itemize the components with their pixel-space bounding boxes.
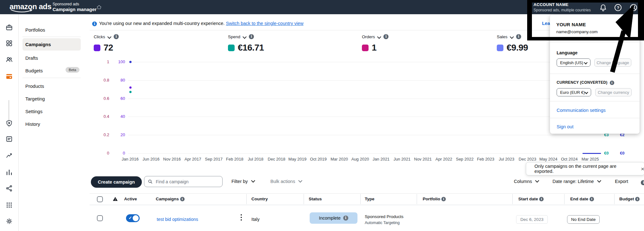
column-divider bbox=[246, 194, 247, 204]
chart-gridline bbox=[128, 99, 601, 99]
chart-gridline bbox=[128, 80, 601, 81]
export-info-icon[interactable] bbox=[641, 180, 644, 185]
metric-label-row[interactable]: Clicks bbox=[94, 34, 119, 39]
metric-label-row[interactable]: Sales bbox=[497, 34, 528, 39]
status-badge[interactable]: Incomplete bbox=[310, 212, 357, 224]
x-axis-tick: Aug 2020 bbox=[351, 157, 369, 161]
help-icon[interactable]: ? bbox=[614, 3, 622, 12]
create-campaign-button[interactable]: Create campaign bbox=[91, 176, 142, 188]
kebab-menu-icon[interactable] bbox=[240, 214, 243, 221]
sidebar-item-label: Drafts bbox=[25, 55, 38, 61]
home-icon[interactable] bbox=[96, 4, 102, 10]
column-header-status: Status bbox=[309, 197, 322, 201]
language-select[interactable]: English (US) bbox=[557, 58, 590, 67]
info-icon[interactable] bbox=[180, 197, 185, 201]
currency-label: CURRENCY (CONVERTED) bbox=[557, 80, 614, 85]
communication-settings-link[interactable]: Communication settings bbox=[557, 108, 606, 113]
info-icon[interactable] bbox=[635, 197, 640, 201]
topbar: amazon ads Sponsored ads Campaign manage… bbox=[0, 0, 644, 14]
metric-sales: Sales €9.99 bbox=[497, 34, 528, 53]
metric-label-row[interactable]: Orders bbox=[362, 34, 388, 39]
apps-grid-icon[interactable] bbox=[5, 201, 13, 209]
metric-value: 1 bbox=[372, 43, 376, 53]
panel-divider bbox=[550, 74, 640, 74]
gear-icon[interactable] bbox=[5, 217, 13, 225]
info-icon[interactable] bbox=[539, 197, 544, 201]
sidebar-item-history[interactable]: History bbox=[22, 118, 81, 130]
type-primary: Sponsored Products bbox=[365, 214, 403, 219]
x-axis-tick: Jan 2016 bbox=[122, 157, 139, 161]
y-axis-clicks-tick: 60 bbox=[110, 96, 125, 101]
trend-up-icon[interactable] bbox=[5, 152, 13, 159]
sidebar-item-products[interactable]: Products bbox=[22, 80, 81, 92]
dashboard-icon[interactable] bbox=[5, 40, 13, 47]
currency-select[interactable]: Euro (EUR €) bbox=[557, 88, 591, 96]
info-icon[interactable] bbox=[114, 34, 119, 39]
column-divider bbox=[614, 194, 615, 204]
chevron-down-icon bbox=[243, 35, 247, 39]
x-axis-tick: Dec 2018 bbox=[268, 157, 286, 161]
active-toggle[interactable]: ✓ bbox=[126, 214, 140, 222]
start-date-field[interactable]: Dec 6, 2023 bbox=[516, 215, 548, 224]
sidebar-item-label: Products bbox=[25, 83, 44, 89]
info-icon[interactable] bbox=[590, 197, 594, 201]
shield-heart-icon[interactable] bbox=[5, 119, 13, 127]
filter-by-button[interactable]: Filter by bbox=[231, 179, 255, 184]
briefcase-icon[interactable] bbox=[5, 24, 13, 31]
x-axis-tick: May 2024 bbox=[539, 157, 557, 161]
info-icon[interactable] bbox=[610, 81, 614, 85]
bar-chart-icon[interactable] bbox=[5, 168, 13, 176]
bell-icon[interactable] bbox=[599, 3, 608, 12]
sidebar-item-drafts[interactable]: Drafts bbox=[22, 52, 81, 64]
info-icon[interactable] bbox=[383, 34, 388, 39]
country-cell: Italy bbox=[251, 217, 260, 222]
info-icon[interactable] bbox=[249, 34, 254, 39]
switch-single-country-link[interactable]: Switch back to the single-country view bbox=[226, 21, 303, 26]
row-checkbox[interactable] bbox=[97, 215, 103, 221]
sidebar-item-targeting[interactable]: Targeting bbox=[22, 93, 81, 105]
export-label: Export bbox=[615, 179, 628, 184]
check-icon: ✓ bbox=[129, 216, 132, 220]
billing-card-icon[interactable] bbox=[5, 73, 13, 80]
metric-color-swatch bbox=[497, 45, 503, 51]
y-axis-orders-tick: 1 bbox=[92, 59, 109, 64]
close-icon[interactable] bbox=[641, 166, 644, 172]
metric-label: Sales bbox=[497, 34, 508, 39]
account-dropdown: YOUR NAME name@company.com Language Engl… bbox=[550, 15, 640, 134]
chart-data-point bbox=[129, 91, 132, 93]
metric-spend: Spend €16.71 bbox=[228, 34, 264, 53]
campaign-name-link[interactable]: test bid optimizations bbox=[157, 217, 198, 222]
metric-color-swatch bbox=[228, 45, 235, 51]
select-all-checkbox[interactable] bbox=[97, 196, 103, 202]
status-label: Incomplete bbox=[319, 216, 340, 221]
amazon-smile-icon bbox=[10, 9, 35, 13]
end-date-button[interactable]: No End Date bbox=[567, 215, 600, 224]
metric-label-row[interactable]: Spend bbox=[228, 34, 264, 39]
date-range-button[interactable]: Date range: Lifetime bbox=[552, 179, 601, 184]
hub-icon[interactable] bbox=[5, 185, 13, 192]
table-top-border bbox=[90, 193, 644, 194]
sidebar-item-campaigns[interactable]: Campaigns bbox=[22, 38, 81, 51]
users-icon[interactable] bbox=[5, 56, 13, 63]
info-icon[interactable] bbox=[441, 197, 446, 201]
export-button[interactable]: Export bbox=[615, 179, 628, 184]
change-currency-button[interactable]: Change currency bbox=[595, 88, 632, 96]
change-language-button[interactable]: Change language bbox=[594, 58, 631, 67]
sidebar-item-portfolios[interactable]: Portfolios bbox=[22, 24, 81, 36]
x-axis-tick: Nov 2016 bbox=[163, 157, 181, 161]
sidebar-item-settings[interactable]: Settings bbox=[22, 105, 81, 118]
feedback-icon[interactable] bbox=[5, 135, 13, 143]
metric-color-swatch bbox=[94, 45, 100, 51]
banner-message: You're using our new and expanded multi-… bbox=[99, 21, 303, 26]
column-header-budget: Budget bbox=[619, 197, 640, 201]
column-header-country: Country bbox=[251, 197, 268, 201]
columns-button[interactable]: Columns bbox=[514, 179, 539, 184]
search-input[interactable] bbox=[144, 176, 223, 187]
sign-out-link[interactable]: Sign out bbox=[557, 124, 573, 129]
column-divider bbox=[512, 194, 513, 204]
info-icon[interactable] bbox=[516, 34, 521, 39]
sidebar-item-label: Targeting bbox=[25, 96, 45, 101]
currency-value: Euro (EUR €) bbox=[560, 90, 585, 95]
account-icon[interactable] bbox=[629, 3, 638, 12]
bulk-actions-button[interactable]: Bulk actions bbox=[270, 179, 302, 184]
